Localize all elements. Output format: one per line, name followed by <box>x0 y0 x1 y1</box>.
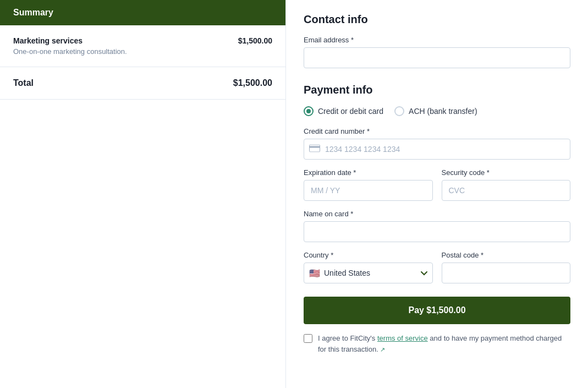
payment-methods: Credit or debit card ACH (bank transfer) <box>304 106 570 116</box>
card-number-field-group: Credit card number * <box>304 127 570 160</box>
terms-checkbox[interactable] <box>304 334 312 343</box>
summary-panel: Summary Marketing services $1,500.00 One… <box>0 0 286 388</box>
total-row: Total $1,500.00 <box>0 67 285 100</box>
us-flag-icon: 🇺🇸 <box>309 268 320 278</box>
credit-card-icon <box>309 144 320 155</box>
ach-option[interactable]: ACH (bank transfer) <box>394 106 477 116</box>
terms-text: I agree to FitCity's terms of service an… <box>318 333 570 354</box>
summary-item: Marketing services $1,500.00 One-on-one … <box>0 25 285 67</box>
email-input[interactable] <box>304 47 570 68</box>
pay-button[interactable]: Pay $1,500.00 <box>304 297 570 324</box>
expiration-field-group: Expiration date * <box>304 168 433 201</box>
country-select[interactable]: United States Canada United Kingdom Aust… <box>304 263 433 283</box>
postal-field-group: Postal code * <box>442 251 571 283</box>
name-on-card-field-group: Name on card * <box>304 210 570 242</box>
expiration-label: Expiration date * <box>304 168 433 177</box>
external-link-icon: ↗ <box>380 346 385 353</box>
item-description: One-on-one marketing consultation. <box>13 47 272 56</box>
name-on-card-input[interactable] <box>304 221 570 242</box>
item-name: Marketing services <box>13 36 83 45</box>
right-panel: Contact info Email address * Payment inf… <box>286 0 588 388</box>
svg-rect-0 <box>310 145 320 152</box>
security-field-group: Security code * <box>442 168 571 201</box>
terms-of-service-link[interactable]: terms of service <box>377 334 428 342</box>
terms-text-before: I agree to FitCity's <box>318 334 377 342</box>
summary-header: Summary <box>0 0 285 25</box>
item-price: $1,500.00 <box>238 36 272 45</box>
expiration-input[interactable] <box>304 180 433 201</box>
card-number-wrapper <box>304 139 570 160</box>
card-number-label: Credit card number * <box>304 127 570 135</box>
expiry-cvc-row: Expiration date * Security code * <box>304 168 570 210</box>
security-input[interactable] <box>442 180 571 201</box>
payment-section-title: Payment info <box>304 84 570 96</box>
ach-label: ACH (bank transfer) <box>409 107 477 116</box>
contact-section: Contact info Email address * <box>304 13 570 68</box>
summary-title: Summary <box>13 8 53 17</box>
name-on-card-label: Name on card * <box>304 210 570 218</box>
country-postal-row: Country * 🇺🇸 United States Canada United… <box>304 251 570 292</box>
contact-section-title: Contact info <box>304 13 570 26</box>
card-number-input[interactable] <box>304 139 570 160</box>
postal-label: Postal code * <box>442 251 571 259</box>
credit-card-option[interactable]: Credit or debit card <box>304 106 383 116</box>
ach-radio[interactable] <box>394 106 404 116</box>
total-label: Total <box>13 78 34 88</box>
postal-input[interactable] <box>442 263 571 283</box>
country-label: Country * <box>304 251 433 259</box>
email-label: Email address * <box>304 36 570 44</box>
credit-card-label: Credit or debit card <box>318 107 383 116</box>
payment-section: Payment info Credit or debit card ACH (b… <box>304 84 570 354</box>
email-field-group: Email address * <box>304 36 570 68</box>
country-select-wrapper: 🇺🇸 United States Canada United Kingdom A… <box>304 263 433 283</box>
country-field-group: Country * 🇺🇸 United States Canada United… <box>304 251 433 283</box>
total-amount: $1,500.00 <box>233 78 272 88</box>
credit-card-radio[interactable] <box>304 106 314 116</box>
svg-rect-1 <box>309 146 320 148</box>
security-label: Security code * <box>442 168 571 177</box>
terms-row: I agree to FitCity's terms of service an… <box>304 333 570 354</box>
